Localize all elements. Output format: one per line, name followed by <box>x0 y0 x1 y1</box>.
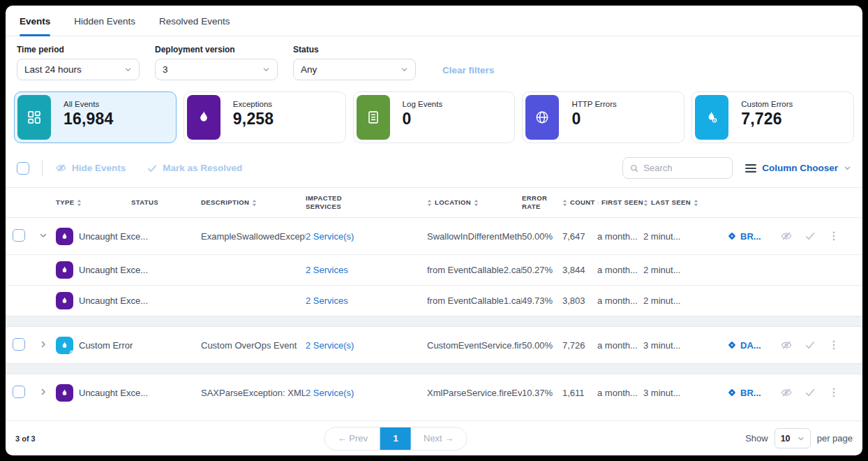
card-exceptions[interactable]: Exceptions 9,258 <box>184 92 346 143</box>
card-custom-errors[interactable]: Custom Errors 7,726 <box>691 92 854 143</box>
description-cell: ExampleSwallowedExceptio... <box>201 231 306 242</box>
pagination: ← Prev 1 Next → <box>324 427 467 451</box>
column-header-first-seen[interactable]: FIRST SEEN <box>597 198 643 207</box>
resolve-check-icon[interactable] <box>804 339 816 351</box>
sort-icon <box>597 199 599 207</box>
toolbar-divider <box>42 161 43 176</box>
count-cell: 1,611 <box>562 388 597 398</box>
card-all-events-value: 16,984 <box>63 110 114 129</box>
hide-event-icon[interactable] <box>780 386 793 399</box>
column-chooser-button[interactable]: Column Chooser <box>745 163 851 173</box>
row-checkbox[interactable] <box>13 229 25 242</box>
event-type-icon: ⚙ <box>56 384 73 402</box>
page-1-button[interactable]: 1 <box>380 427 411 450</box>
tab-events[interactable]: Events <box>20 8 50 36</box>
check-icon <box>147 163 158 174</box>
card-all-events[interactable]: All Events 16,984 <box>14 92 177 143</box>
sort-icon <box>427 199 432 207</box>
row-checkbox[interactable] <box>13 386 25 398</box>
column-header-last-seen[interactable]: LAST SEEN <box>643 198 703 207</box>
kebab-menu-icon[interactable] <box>828 230 840 242</box>
card-http-errors[interactable]: HTTP Errors 0 <box>522 92 684 143</box>
location-cell: CustomEventService.fir... <box>427 340 522 351</box>
time-period-select[interactable]: Last 24 hours <box>17 59 140 80</box>
kebab-menu-icon[interactable] <box>828 386 840 399</box>
column-header-count[interactable]: COUNT <box>562 198 597 207</box>
card-custom-errors-label: Custom Errors <box>741 100 793 108</box>
table-header-row: TYPESTATUSDESCRIPTIONIMPACTED SERVICESLO… <box>6 187 862 218</box>
hide-event-icon[interactable] <box>780 230 793 242</box>
table-row[interactable]: ⚙ Uncaught Exce... ExampleSwallowedExcep… <box>6 218 862 254</box>
chevron-down-icon <box>844 164 851 172</box>
row-actions <box>780 230 855 242</box>
count-cell: 7,647 <box>562 231 597 242</box>
column-header-location[interactable]: LOCATION <box>427 198 522 207</box>
hide-events-button[interactable]: Hide Events <box>55 162 126 174</box>
count-cell: 7,726 <box>562 340 597 351</box>
deployment-version-filter: Deployment version 3 <box>155 45 278 80</box>
impacted-services-link[interactable]: 2 Service(s) <box>306 340 427 351</box>
ticket-link[interactable]: DA... <box>703 340 780 351</box>
page-size-select[interactable]: 10 <box>775 428 811 448</box>
search-input[interactable] <box>643 163 725 173</box>
show-label: Show <box>745 433 768 444</box>
ticket-link[interactable]: BR... <box>703 388 780 398</box>
search-box[interactable] <box>622 157 733 179</box>
select-all-checkbox[interactable] <box>17 162 29 175</box>
impacted-services-link[interactable]: 2 Service(s) <box>306 231 427 242</box>
table-row[interactable]: ⚙ Uncaught Exce... SAXParseException: XM… <box>6 374 862 411</box>
row-count-label: 3 of 3 <box>15 434 36 443</box>
per-page-label: per page <box>817 433 853 444</box>
error-rate-cell: 50.27% <box>522 265 562 275</box>
mark-resolved-label: Mark as Resolved <box>163 163 242 173</box>
hide-event-icon[interactable] <box>780 339 793 351</box>
grid-icon <box>17 95 51 140</box>
sort-icon <box>252 199 257 207</box>
kebab-menu-icon[interactable] <box>828 339 840 351</box>
page-size-value: 10 <box>781 434 791 444</box>
last-seen-cell: 2 minut... <box>643 231 703 242</box>
first-seen-cell: a month... <box>597 231 643 242</box>
clear-filters-link[interactable]: Clear filters <box>442 65 494 75</box>
impacted-services-link[interactable]: 2 Services <box>306 295 427 306</box>
impacted-services-link[interactable]: 2 Services <box>306 265 427 275</box>
column-header-description[interactable]: DESCRIPTION <box>201 198 306 207</box>
table-subrow[interactable]: Uncaught Exce... 2 Services from EventCa… <box>6 254 862 285</box>
event-type-icon: ⚙ <box>56 337 73 354</box>
card-log-events-value: 0 <box>403 110 443 129</box>
tab-resolved-events[interactable]: Resolved Events <box>159 8 230 36</box>
tab-hidden-events[interactable]: Hidden Events <box>74 8 135 36</box>
jira-diamond-icon <box>727 231 737 241</box>
deployment-version-select[interactable]: 3 <box>155 59 278 80</box>
description-cell: SAXParseException: XML d... <box>201 388 306 398</box>
table-subrow[interactable]: Uncaught Exce... 2 Services from EventCa… <box>6 285 862 316</box>
flame-gear-icon <box>695 95 728 140</box>
column-header-type[interactable]: TYPE <box>56 198 131 207</box>
time-period-label: Time period <box>17 45 140 54</box>
card-log-events[interactable]: Log Events 0 <box>353 92 516 143</box>
table-row[interactable]: ⚙ Custom Error Custom OverOps Event 2 Se… <box>6 327 862 363</box>
flame-icon <box>187 95 220 140</box>
resolve-check-icon[interactable] <box>804 230 816 242</box>
card-all-events-label: All Events <box>63 100 114 108</box>
expand-chevron-icon[interactable] <box>39 231 47 240</box>
mark-resolved-button[interactable]: Mark as Resolved <box>147 163 242 174</box>
ticket-label: BR... <box>740 231 761 242</box>
next-page-button[interactable]: Next → <box>411 427 466 450</box>
expand-chevron-icon[interactable] <box>39 340 47 349</box>
row-checkbox[interactable] <box>13 338 25 351</box>
events-dashboard: Events Hidden Events Resolved Events Tim… <box>6 6 862 455</box>
row-group-separator <box>6 363 862 374</box>
resolve-check-icon[interactable] <box>804 386 816 399</box>
expand-chevron-icon[interactable] <box>39 388 47 396</box>
card-custom-errors-value: 7,726 <box>741 110 793 129</box>
tab-bar: Events Hidden Events Resolved Events <box>6 6 862 36</box>
impacted-services-link[interactable]: 2 Service(s) <box>306 388 427 398</box>
first-seen-cell: a month... <box>597 295 643 306</box>
status-select[interactable]: Any <box>293 59 416 80</box>
row-actions <box>780 386 855 399</box>
tab-events-label: Events <box>20 16 50 27</box>
card-exceptions-label: Exceptions <box>233 100 274 108</box>
prev-page-button[interactable]: ← Prev <box>325 427 380 450</box>
ticket-link[interactable]: BR... <box>703 231 780 242</box>
